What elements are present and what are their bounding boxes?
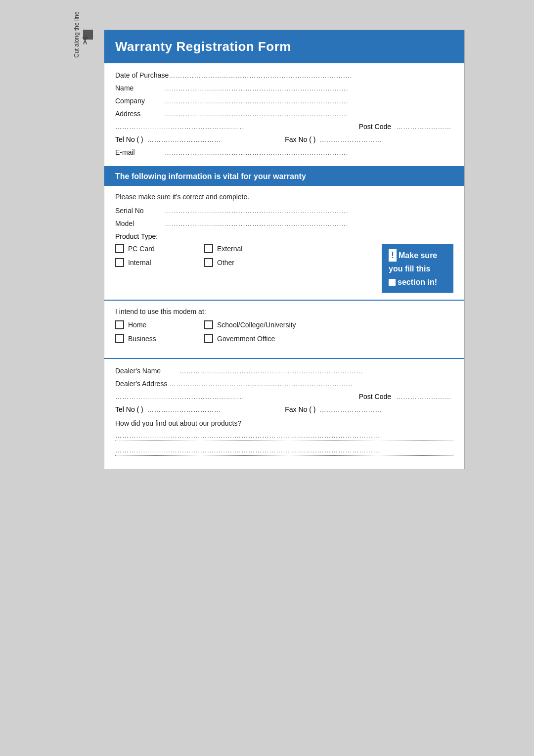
form-header: Warranty Registration Form xyxy=(104,30,464,63)
name-row: Name ………..…………………...…………................… xyxy=(115,84,453,92)
company-dots: ………..…………………...………….....................… xyxy=(165,97,453,105)
checkbox-school[interactable]: School/College/University xyxy=(204,320,323,329)
dealer-fax-label: Fax No ( ) xyxy=(285,405,315,413)
use-checkboxes: Home School/College/University Business … xyxy=(115,320,453,343)
checkbox-business[interactable]: Business xyxy=(115,334,194,343)
other-box[interactable] xyxy=(204,258,213,267)
use-row-2: Business Government Office xyxy=(115,334,453,343)
exclaim-icon: ! xyxy=(389,249,397,262)
find-out-answer-line-1: ……………………….........................………………… xyxy=(115,431,453,441)
address-label: Address xyxy=(115,110,165,118)
find-out-answer-line-2: ……………………….........................………………… xyxy=(115,446,453,456)
use-row-1: Home School/College/University xyxy=(115,320,453,329)
serial-no-dots: ………..…………………...………….....................… xyxy=(165,207,453,215)
model-dots: ………..…………………...………….....................… xyxy=(165,220,453,227)
serial-no-label: Serial No xyxy=(115,207,165,215)
email-dots: ………..…………………...………….....................… xyxy=(165,149,453,156)
serial-no-row: Serial No ………..…………………...…………...........… xyxy=(115,207,453,215)
govt-box[interactable] xyxy=(204,334,213,343)
home-label: Home xyxy=(128,321,146,329)
fax-label: Fax No ( ) xyxy=(285,135,315,143)
business-box[interactable] xyxy=(115,334,124,343)
dealer-postcode-dots: …………………… xyxy=(394,393,453,400)
email-label: E-mail xyxy=(115,148,165,156)
make-sure-box: !Make sure you fill this section in! xyxy=(382,244,453,293)
postcode-dots: …………………… xyxy=(394,123,453,131)
tel-fax-row: Tel No ( ) ………..………………… Fax No ( ) ……………… xyxy=(115,135,453,143)
square-icon xyxy=(389,279,396,286)
pc-card-box[interactable] xyxy=(115,244,124,253)
name-label: Name xyxy=(115,84,165,92)
please-note: Please make sure it's correct and comple… xyxy=(115,193,453,201)
name-dots: ………..…………………...………….....................… xyxy=(165,85,453,92)
vital-header-text: The following information is vital for y… xyxy=(115,172,453,181)
dealer-postcode-label: Post Code xyxy=(359,393,391,400)
use-section: I intend to use this modem at: Home Scho… xyxy=(104,301,464,359)
dealer-postcode-row: ……………………………...……………….. Post Code …………………… xyxy=(115,393,453,400)
postcode-row: ……………………………...……………….. Post Code …………………… xyxy=(115,123,453,131)
date-of-purchase-label: Date of Purchase xyxy=(115,71,169,79)
company-row: Company ………..…………………...………….............… xyxy=(115,97,453,105)
school-label: School/College/University xyxy=(217,321,296,329)
product-type-label: Product Type: xyxy=(115,232,453,240)
dealer-fax-dots: ……………………… xyxy=(320,406,453,413)
address-dots: ………..…………………...………….....................… xyxy=(165,110,453,118)
dealer-address-line2-dots: ……………………………...……………….. xyxy=(115,393,349,400)
use-intro: I intend to use this modem at: xyxy=(115,308,453,315)
tel-dots: ………..………………… xyxy=(147,136,281,143)
cut-line-panel: Cut along the line ✂ xyxy=(69,30,99,40)
address-line2-dots: ……………………………...……………….. xyxy=(115,123,349,131)
personal-info-section: Date of Purchase ………..…………………...…………....… xyxy=(104,63,464,167)
dealers-address-row: Dealer's Address ………..…………………...…………....… xyxy=(115,380,453,388)
internal-label: Internal xyxy=(128,259,151,267)
address-row: Address ………..…………………...………….............… xyxy=(115,110,453,118)
make-sure-line2: you fill this xyxy=(389,264,446,274)
form-container: Warranty Registration Form Date of Purch… xyxy=(104,30,465,469)
form-title: Warranty Registration Form xyxy=(115,39,453,54)
checkbox-internal[interactable]: Internal xyxy=(115,258,194,267)
checkbox-other[interactable]: Other xyxy=(204,258,283,267)
pc-card-label: PC Card xyxy=(128,245,155,253)
dealer-tel-fax-row: Tel No ( ) ………..………………… Fax No ( ) ……………… xyxy=(115,405,453,413)
make-sure-line3: section in! xyxy=(398,278,437,286)
dealer-section: Dealer's Name ………..…………………...………….......… xyxy=(104,359,464,469)
dealers-name-dots: ………..…………………...………….....................… xyxy=(179,367,453,375)
external-box[interactable] xyxy=(204,244,213,253)
internal-box[interactable] xyxy=(115,258,124,267)
find-out-label: How did you find out about our products? xyxy=(115,419,453,427)
make-sure-line1: Make sure xyxy=(399,251,437,260)
model-label: Model xyxy=(115,220,165,227)
checkbox-home[interactable]: Home xyxy=(115,320,194,329)
checkbox-row-2: Internal Other xyxy=(115,258,377,267)
email-row: E-mail ………..…………………...…………..............… xyxy=(115,148,453,156)
govt-label: Government Office xyxy=(217,335,275,343)
home-box[interactable] xyxy=(115,320,124,329)
checkbox-pc-card[interactable]: PC Card xyxy=(115,244,194,253)
school-box[interactable] xyxy=(204,320,213,329)
dealers-address-dots: ………..…………………...………….....................… xyxy=(169,380,453,388)
dealers-address-label: Dealer's Address xyxy=(115,380,167,388)
product-type-checkboxes: PC Card External Internal xyxy=(115,244,377,272)
dealer-tel-dots: ………..………………… xyxy=(147,406,281,413)
other-label: Other xyxy=(217,259,234,267)
dealers-name-label: Dealer's Name xyxy=(115,367,179,375)
find-out-dots-2: ……………………….........................………………… xyxy=(115,446,380,454)
checkbox-row-1: PC Card External xyxy=(115,244,377,253)
scissors-icon: ✂ xyxy=(78,36,91,45)
dealer-tel-label: Tel No ( ) xyxy=(115,405,143,413)
date-dots: ………..…………………...………….....................… xyxy=(169,72,453,79)
tel-label: Tel No ( ) xyxy=(115,135,143,143)
fax-dots: ……………………… xyxy=(320,136,453,143)
dealers-name-row: Dealer's Name ………..…………………...………….......… xyxy=(115,367,453,375)
find-out-dots-1: ……………………….........................………………… xyxy=(115,432,380,439)
checkbox-external[interactable]: External xyxy=(204,244,283,253)
cut-along-label: Cut along the line xyxy=(73,11,80,57)
model-row: Model ………..…………………...…………...............… xyxy=(115,220,453,227)
vital-header: The following information is vital for y… xyxy=(104,167,464,186)
external-label: External xyxy=(217,245,242,253)
checkbox-govt[interactable]: Government Office xyxy=(204,334,323,343)
date-of-purchase-row: Date of Purchase ………..…………………...…………....… xyxy=(115,71,453,79)
business-label: Business xyxy=(128,335,156,343)
vital-section: Please make sure it's correct and comple… xyxy=(104,186,464,301)
postcode-label: Post Code xyxy=(359,123,391,131)
